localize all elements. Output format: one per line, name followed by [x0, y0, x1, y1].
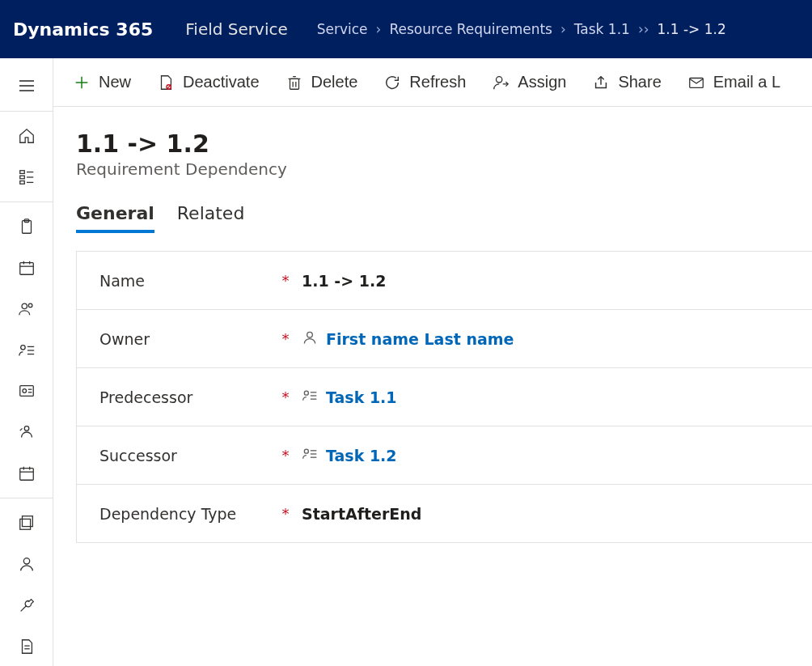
nav-calendar-alt-icon[interactable] [0, 453, 53, 493]
required-indicator: * [277, 272, 294, 289]
svg-rect-33 [22, 516, 32, 527]
new-button[interactable]: New [61, 66, 142, 98]
field-row-dependency-type: Dependency Type * StartAfterEnd [77, 485, 812, 543]
assign-button[interactable]: Assign [480, 66, 577, 98]
nav-document-icon[interactable] [0, 626, 53, 666]
nav-people-icon[interactable] [0, 290, 53, 329]
divider [0, 201, 53, 202]
nav-hamburger-button[interactable] [0, 66, 53, 106]
svg-point-35 [23, 558, 29, 564]
svg-point-25 [24, 426, 29, 431]
refresh-button[interactable]: Refresh [372, 66, 477, 98]
nav-person-list-icon[interactable] [0, 330, 53, 370]
content-area: New Deactivate Delete Refresh Assign Sha… [53, 58, 812, 666]
nav-wrench-icon[interactable] [0, 586, 53, 626]
plus-icon [73, 74, 91, 91]
svg-point-56 [304, 449, 308, 453]
nav-badge-icon[interactable] [0, 371, 53, 411]
required-indicator: * [277, 447, 294, 464]
breadcrumb: Service › Resource Requirements › Task 1… [317, 21, 726, 37]
field-row-successor: Successor * Task 1.2 [77, 426, 812, 485]
svg-point-51 [307, 332, 313, 337]
record-title: 1.1 -> 1.2 [76, 129, 789, 158]
field-label-owner: Owner [99, 330, 277, 348]
required-indicator: * [277, 388, 294, 405]
predecessor-link-text: Task 1.1 [326, 388, 397, 406]
field-row-name: Name * 1.1 -> 1.2 [77, 252, 812, 310]
breadcrumb-parent[interactable]: Task 1.1 [574, 21, 630, 37]
nav-home-icon[interactable] [0, 117, 53, 156]
refresh-button-label: Refresh [409, 73, 466, 91]
svg-rect-34 [19, 520, 30, 530]
share-icon [592, 74, 610, 91]
svg-point-16 [28, 303, 32, 308]
share-button-label: Share [618, 73, 661, 91]
nav-clipboard-icon[interactable] [0, 207, 53, 247]
form-panel: Name * 1.1 -> 1.2 Owner * First name Las… [76, 251, 812, 543]
nav-stack-icon[interactable] [0, 503, 53, 543]
deactivate-button[interactable]: Deactivate [146, 66, 271, 98]
field-value-owner[interactable]: First name Last name [294, 329, 793, 349]
svg-rect-11 [19, 263, 33, 275]
field-label-successor: Successor [99, 447, 277, 465]
brand-name: Dynamics 365 [13, 19, 153, 40]
command-bar: New Deactivate Delete Refresh Assign Sha… [53, 58, 812, 107]
svg-rect-5 [19, 180, 24, 184]
chevron-right-icon: › [560, 21, 566, 37]
record-subtitle: Requirement Dependency [76, 159, 789, 179]
required-indicator: * [277, 505, 294, 522]
breadcrumb-entity[interactable]: Resource Requirements [389, 21, 552, 37]
nav-calendar-icon[interactable] [0, 248, 53, 288]
svg-rect-42 [290, 78, 298, 89]
email-icon [687, 74, 705, 91]
record-header: 1.1 -> 1.2 Requirement Dependency [53, 107, 812, 179]
nav-sitemap-icon[interactable] [0, 157, 53, 197]
email-link-button[interactable]: Email a L [676, 66, 792, 98]
share-button[interactable]: Share [581, 66, 672, 98]
svg-rect-3 [19, 171, 24, 174]
breadcrumb-current: 1.1 -> 1.2 [658, 21, 726, 37]
app-title[interactable]: Field Service [185, 19, 287, 39]
field-value-name[interactable]: 1.1 -> 1.2 [294, 272, 793, 290]
assign-button-label: Assign [518, 73, 566, 91]
trash-icon [285, 74, 303, 91]
tab-related[interactable]: Related [177, 203, 245, 233]
field-value-predecessor[interactable]: Task 1.1 [294, 388, 793, 407]
field-row-owner: Owner * First name Last name [77, 310, 812, 368]
delete-button-label: Delete [311, 73, 358, 91]
left-nav-rail [0, 58, 53, 666]
svg-point-15 [22, 303, 27, 308]
divider [0, 111, 53, 112]
field-value-dependency-type[interactable]: StartAfterEnd [294, 505, 793, 523]
field-label-dependency-type: Dependency Type [99, 505, 277, 523]
chevron-right-icon: › [376, 21, 382, 37]
svg-line-41 [167, 85, 171, 88]
divider [0, 498, 53, 498]
field-value-successor[interactable]: Task 1.2 [294, 446, 793, 465]
nav-resource-icon[interactable] [0, 413, 53, 452]
app-header: Dynamics 365 Field Service Service › Res… [0, 0, 812, 58]
breadcrumb-area[interactable]: Service [317, 21, 368, 37]
nav-person-icon[interactable] [0, 545, 53, 584]
successor-link-text: Task 1.2 [326, 447, 397, 465]
assign-icon [492, 74, 510, 91]
lookup-record-icon [302, 446, 318, 465]
field-label-predecessor: Predecessor [99, 388, 277, 406]
delete-button[interactable]: Delete [274, 66, 370, 98]
required-indicator: * [277, 330, 294, 347]
svg-point-17 [20, 345, 25, 350]
tab-general[interactable]: General [76, 203, 154, 233]
svg-rect-4 [19, 176, 24, 179]
svg-point-52 [304, 391, 308, 395]
deactivate-icon [157, 74, 175, 91]
svg-point-47 [497, 76, 502, 82]
field-label-name: Name [99, 272, 277, 290]
person-icon [302, 329, 318, 349]
refresh-icon [383, 74, 401, 91]
svg-point-22 [22, 389, 26, 393]
svg-rect-26 [19, 468, 33, 480]
chevron-right-icon: ›› [638, 21, 649, 37]
new-button-label: New [99, 73, 131, 91]
form-tabs: General Related [53, 203, 812, 233]
deactivate-button-label: Deactivate [183, 73, 260, 91]
